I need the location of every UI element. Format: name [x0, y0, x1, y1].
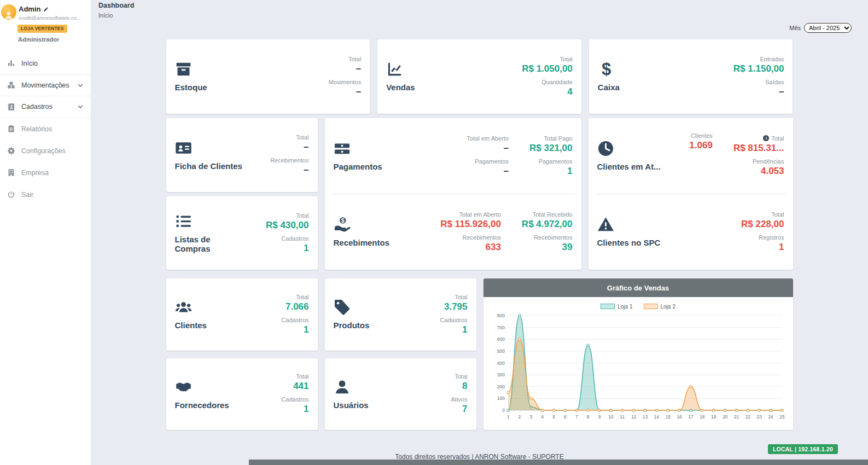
info-icon[interactable]: i [763, 135, 769, 141]
stat: Cadastros 1 [281, 317, 308, 335]
stat: Ativos 7 [451, 396, 468, 415]
svg-text:23: 23 [756, 414, 762, 420]
stat-value: 7 [462, 403, 467, 415]
sidebar-item-sair[interactable]: Sair [0, 184, 91, 206]
stat: Cadastros 1 [440, 317, 467, 335]
stat-value: 39 [562, 241, 573, 253]
stat: Pagamentos 1 [539, 158, 573, 177]
card-title: Clientes [175, 321, 207, 330]
gear-icon [7, 147, 15, 155]
stat-label: Total [455, 294, 467, 300]
sidebar-item-empresa[interactable]: Empresa [0, 162, 91, 184]
stat-label: Cadastros [440, 317, 467, 323]
svg-text:13: 13 [642, 414, 648, 420]
section-pagamentos: Pagamentos Total em Aberto – Pagamentos … [325, 118, 581, 194]
stat-value: R$ 4.972,00 [522, 218, 573, 230]
card-caixa: $ Caixa Entradas R$ 1.150,00 Saídas – [589, 39, 793, 114]
stat-label: Total [771, 211, 784, 218]
stat-value: R$ 1.150,00 [733, 63, 784, 74]
svg-text:18: 18 [700, 414, 705, 420]
stat-label: Total [296, 212, 308, 219]
stat-value: 1 [779, 241, 784, 253]
sidebar-nav: Início Movimentações Cadastros Relatório… [0, 53, 91, 206]
legend-label: Loja 2 [661, 304, 675, 310]
clipboard-icon [7, 125, 15, 133]
stat-value: 441 [293, 380, 308, 392]
sidebar-item-relatorios[interactable]: Relatórios [0, 118, 91, 140]
sidebar-item-cadastros[interactable]: Cadastros [0, 96, 91, 118]
card-pagamentos-recebimentos: Pagamentos Total em Aberto – Pagamentos … [325, 118, 581, 270]
card-vendas: Vendas Total R$ 1.050,00 Quantidade 4 [377, 39, 581, 114]
stat-label: Cadastros [281, 317, 308, 323]
edit-pencil-icon[interactable] [43, 7, 49, 12]
stat-label: Pagamentos [475, 158, 509, 165]
svg-text:24: 24 [768, 414, 773, 420]
svg-text:0: 0 [502, 408, 505, 413]
sidebar-item-inicio[interactable]: Início [0, 53, 91, 74]
sidebar-item-label: Relatórios [21, 125, 52, 133]
stat-value: – [304, 141, 308, 153]
svg-text:3: 3 [529, 414, 532, 420]
sidebar-item-label: Sair [21, 191, 33, 199]
svg-text:600: 600 [497, 336, 504, 342]
sidebar-item-configuracoes[interactable]: Configurações [0, 140, 91, 162]
svg-text:19: 19 [711, 414, 716, 420]
svg-text:800: 800 [497, 313, 504, 318]
sidebar-item-label: Início [21, 60, 38, 67]
stat-value: 4.053 [761, 165, 784, 177]
card-title: Vendas [386, 83, 415, 92]
month-label: Mês [789, 25, 801, 31]
stat-label: Movimentos [329, 79, 361, 85]
list-icon [175, 213, 243, 230]
boxes-icon [7, 81, 15, 89]
card-ficha-clientes: Ficha de Clientes Total – Recebimentos – [166, 118, 318, 192]
stat-value: 1 [304, 242, 308, 254]
stat: Total R$ 1.050,00 [522, 56, 573, 74]
stat-value: – [356, 86, 361, 97]
stat-value: – [504, 165, 509, 177]
stat-label: Total em Aberto [459, 211, 500, 218]
store-badge: LOJA VERTENTES [18, 25, 67, 33]
stat-label: Total [560, 56, 573, 62]
svg-text:8: 8 [586, 414, 589, 420]
user-role: Administrador [1, 36, 86, 43]
card-title: Clientes em At... [597, 162, 661, 171]
stat-label: Cadastros [281, 396, 308, 403]
svg-text:1: 1 [506, 414, 509, 420]
stat: Recebimentos 633 [463, 234, 501, 253]
stat: Total 441 [293, 373, 308, 392]
sidebar-item-movimentacoes[interactable]: Movimentações [0, 74, 91, 96]
legend-item-loja1[interactable]: Loja 1 [601, 304, 632, 310]
section-clientes-atraso: Clientes em At... Clientes 1.069 i Total [589, 118, 793, 194]
stat-value: 1 [567, 165, 572, 177]
card-title: Clientes no SPC [597, 238, 661, 247]
stat: Total 7.066 [286, 294, 309, 312]
user-email: credit@anronsoftware.co... [19, 15, 81, 21]
page-title: Dashboard [98, 2, 134, 9]
stat-label: Recebimentos [270, 157, 308, 164]
stat: Quantidade 4 [541, 79, 573, 97]
legend-item-loja2[interactable]: Loja 2 [644, 304, 675, 310]
stat-value: 633 [485, 241, 500, 253]
stat: Total – [296, 134, 308, 153]
id-card-icon [175, 140, 242, 156]
legend-swatch [644, 304, 658, 309]
avatar[interactable] [1, 4, 16, 20]
svg-text:10: 10 [608, 414, 614, 420]
stat: Cadastros 1 [281, 396, 308, 415]
stat: Entradas R$ 1.150,00 [733, 56, 784, 74]
stat-label: Recebimentos [463, 234, 501, 241]
svg-text:400: 400 [497, 361, 504, 366]
month-select[interactable]: Abril - 2025 [804, 23, 852, 33]
card-title: Produtos [334, 321, 370, 330]
stat-label: Total [348, 56, 361, 62]
stat-label: Total [296, 294, 308, 300]
stat: i Total R$ 815.31... [733, 135, 784, 154]
stat-label: Total [296, 134, 308, 141]
svg-text:6: 6 [564, 414, 567, 420]
stat-label: Total [296, 373, 308, 380]
sales-chart-title: Gráfico de Vendas [483, 278, 793, 297]
svg-text:16: 16 [677, 414, 682, 420]
svg-text:15: 15 [665, 414, 671, 420]
warning-triangle-icon [597, 216, 661, 233]
